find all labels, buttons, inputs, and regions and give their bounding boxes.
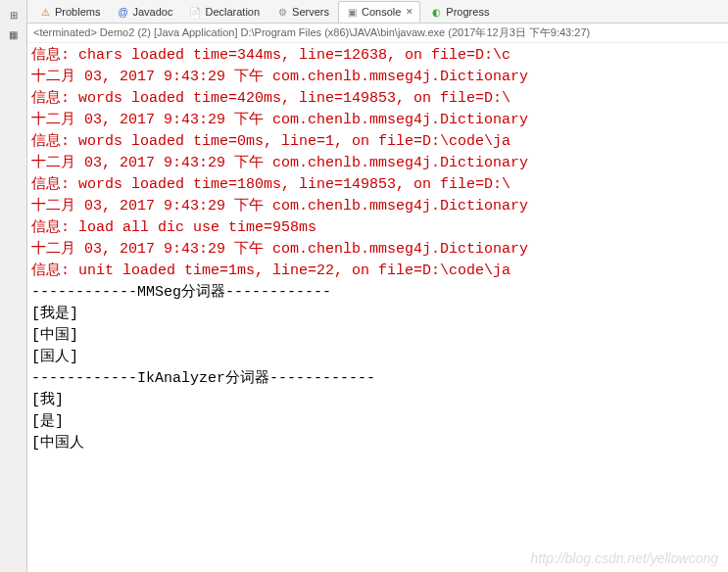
console-line: 信息: words loaded time=420ms, line=149853…: [31, 88, 724, 110]
console-line: 信息: chars loaded time=344ms, line=12638,…: [31, 45, 724, 67]
tab-servers[interactable]: ⚙Servers: [268, 1, 336, 23]
console-line: 信息: words loaded time=0ms, line=1, on fi…: [31, 131, 724, 153]
console-line: ------------IkAnalyzer分词器------------: [31, 368, 724, 390]
javadoc-icon: @: [116, 5, 129, 19]
left-toolbar: ⊞ ▦: [0, 0, 27, 572]
tab-label: Progress: [446, 6, 489, 18]
tab-label: Javadoc: [132, 6, 172, 18]
tab-label: Problems: [55, 6, 100, 18]
tab-console[interactable]: ▣Console✕: [338, 1, 420, 23]
toolbar-icon-1[interactable]: ⊞: [4, 6, 24, 24]
servers-icon: ⚙: [275, 5, 289, 19]
tab-javadoc[interactable]: @Javadoc: [109, 1, 179, 23]
console-output: 信息: chars loaded time=344ms, line=12638,…: [27, 43, 728, 456]
console-line: 信息: load all dic use time=958ms: [31, 217, 724, 239]
console-line: 十二月 03, 2017 9:43:29 下午 com.chenlb.mmseg…: [31, 110, 724, 131]
tab-progress[interactable]: ◐Progress: [422, 1, 496, 23]
console-line: [我]: [31, 390, 724, 411]
view-tabs: ⚠Problems@Javadoc📄Declaration⚙Servers▣Co…: [27, 0, 728, 24]
tab-label: Console: [362, 6, 401, 18]
console-line: [国人]: [31, 347, 724, 368]
tab-label: Declaration: [205, 6, 260, 18]
console-line: [是]: [31, 411, 724, 433]
toolbar-icon-2[interactable]: ▦: [4, 25, 24, 43]
problems-icon: ⚠: [38, 5, 52, 19]
terminated-status: <terminated> Demo2 (2) [Java Application…: [27, 24, 728, 43]
console-line: [中国人: [31, 433, 724, 454]
console-line: 信息: words loaded time=180ms, line=149853…: [31, 174, 724, 196]
tab-problems[interactable]: ⚠Problems: [31, 1, 107, 23]
console-line: 十二月 03, 2017 9:43:29 下午 com.chenlb.mmseg…: [31, 67, 724, 88]
console-line: ------------MMSeg分词器------------: [31, 282, 724, 304]
console-line: [我是]: [31, 304, 724, 325]
console-line: 十二月 03, 2017 9:43:29 下午 com.chenlb.mmseg…: [31, 153, 724, 174]
console-line: 信息: unit loaded time=1ms, line=22, on fi…: [31, 261, 724, 282]
declaration-icon: 📄: [188, 5, 202, 19]
close-icon[interactable]: ✕: [406, 7, 413, 17]
console-line: [中国]: [31, 325, 724, 347]
console-icon: ▣: [345, 5, 359, 19]
tab-declaration[interactable]: 📄Declaration: [181, 1, 267, 23]
main-panel: ⚠Problems@Javadoc📄Declaration⚙Servers▣Co…: [27, 0, 728, 572]
console-line: 十二月 03, 2017 9:43:29 下午 com.chenlb.mmseg…: [31, 239, 724, 261]
tab-label: Servers: [292, 6, 329, 18]
progress-icon: ◐: [429, 5, 443, 19]
console-line: 十二月 03, 2017 9:43:29 下午 com.chenlb.mmseg…: [31, 196, 724, 217]
